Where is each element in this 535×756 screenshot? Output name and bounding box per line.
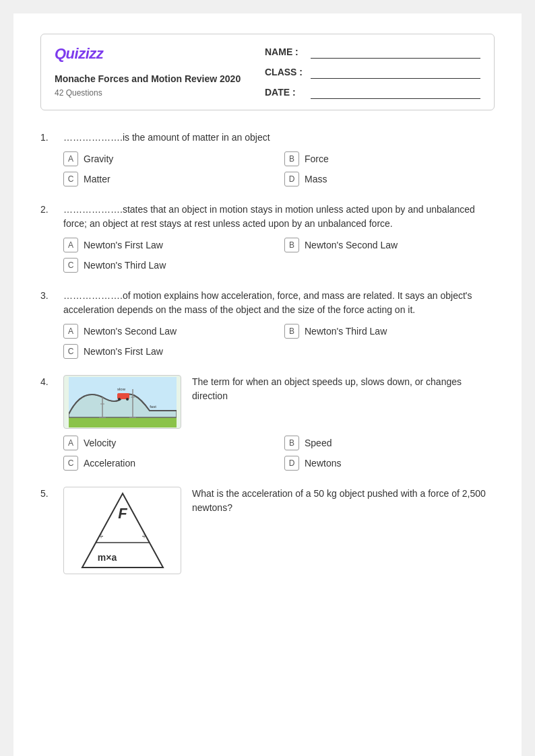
q5-num: 5. bbox=[40, 487, 57, 499]
q2-label-a: A bbox=[63, 238, 78, 252]
date-line bbox=[311, 85, 480, 99]
svg-text:m×a: m×a bbox=[97, 552, 117, 563]
question-5: 5. F m×a bbox=[40, 487, 495, 574]
q3-answer-c: C Newton's First Law bbox=[63, 344, 274, 359]
q1-answer-b: B Force bbox=[284, 151, 495, 166]
svg-text:÷: ÷ bbox=[98, 532, 103, 541]
q2-answers: A Newton's First Law B Newton's Second L… bbox=[40, 238, 495, 273]
q1-label-a: A bbox=[63, 151, 78, 166]
q4-text-c: Acceleration bbox=[84, 458, 135, 469]
q2-text-b: Newton's Second Law bbox=[305, 240, 398, 250]
q4-content: slow fast The term for when an object sp… bbox=[63, 375, 495, 429]
svg-text:÷: ÷ bbox=[141, 532, 146, 541]
q1-header: 1. ……………….is the amount of matter in an … bbox=[40, 131, 495, 145]
q4-num: 4. bbox=[40, 375, 57, 387]
q4-text-a: Velocity bbox=[84, 438, 116, 448]
q5-text: What is the acceleration of a 50 kg obje… bbox=[192, 487, 495, 515]
q3-label-a: A bbox=[63, 324, 78, 339]
q3-label-b: B bbox=[284, 324, 299, 339]
svg-text:fast: fast bbox=[150, 405, 156, 409]
class-field-row: CLASS : bbox=[265, 65, 480, 79]
page: Quizizz Monache Forces and Motion Review… bbox=[13, 13, 522, 756]
q1-text-b: Force bbox=[305, 153, 329, 164]
q2-label-b: B bbox=[284, 238, 299, 252]
q1-answer-a: A Gravity bbox=[63, 151, 274, 166]
q1-text-c: Matter bbox=[84, 174, 111, 184]
q3-answer-a: A Newton's Second Law bbox=[63, 324, 274, 339]
q3-num: 3. bbox=[40, 289, 57, 301]
q2-num: 2. bbox=[40, 203, 57, 215]
class-label: CLASS : bbox=[265, 67, 305, 77]
q4-answer-b: B Speed bbox=[284, 436, 495, 450]
q1-answer-d: D Mass bbox=[284, 172, 495, 186]
q5-image: F m×a ÷ ÷ bbox=[63, 487, 181, 574]
q4-text: The term for when an object speeds up, s… bbox=[192, 375, 495, 403]
q3-answers: A Newton's Second Law B Newton's Third L… bbox=[40, 324, 495, 359]
q5-content: F m×a ÷ ÷ What is the acceleration of a … bbox=[63, 487, 495, 574]
q4-label-a: A bbox=[63, 436, 78, 450]
q1-num: 1. bbox=[40, 131, 57, 143]
question-2: 2. ……………….states that an object in motio… bbox=[40, 203, 495, 273]
class-line bbox=[311, 65, 480, 79]
svg-point-10 bbox=[126, 398, 129, 401]
logo: Quizizz bbox=[55, 45, 241, 63]
q2-label-c: C bbox=[63, 258, 78, 273]
q2-text: ……………….states that an object in motion s… bbox=[63, 203, 495, 231]
q5-header: 5. F m×a bbox=[40, 487, 495, 574]
q1-answer-c: C Matter bbox=[63, 172, 274, 186]
q4-label-b: B bbox=[284, 436, 299, 450]
q4-text-b: Speed bbox=[305, 438, 332, 448]
header-left: Quizizz Monache Forces and Motion Review… bbox=[55, 45, 241, 98]
svg-point-9 bbox=[118, 398, 121, 401]
q3-text-c: Newton's First Law bbox=[84, 346, 163, 357]
question-4: 4. bbox=[40, 375, 495, 471]
name-field-row: NAME : bbox=[265, 45, 480, 59]
date-label: DATE : bbox=[265, 87, 305, 98]
quiz-title: Monache Forces and Motion Review 2020 bbox=[55, 73, 241, 84]
svg-rect-1 bbox=[69, 417, 177, 427]
q1-label-d: D bbox=[284, 172, 299, 186]
header-fields: NAME : CLASS : DATE : bbox=[265, 45, 480, 99]
q4-answer-d: D Newtons bbox=[284, 456, 495, 471]
q1-label-b: B bbox=[284, 151, 299, 166]
q2-answer-c: C Newton's Third Law bbox=[63, 258, 274, 273]
q1-text: ……………….is the amount of matter in an obj… bbox=[63, 131, 495, 145]
q2-text-c: Newton's Third Law bbox=[84, 260, 166, 271]
name-line bbox=[311, 45, 480, 59]
q1-text-a: Gravity bbox=[84, 153, 113, 164]
q2-text-a: Newton's First Law bbox=[84, 240, 163, 250]
fma-triangle-svg: F m×a ÷ ÷ bbox=[79, 490, 166, 571]
q3-text: ……………….of motion explains how accelerati… bbox=[63, 289, 495, 317]
q1-text-d: Mass bbox=[305, 174, 327, 184]
svg-text:slow: slow bbox=[117, 387, 125, 391]
q1-label-c: C bbox=[63, 172, 78, 186]
questions-container: 1. ……………….is the amount of matter in an … bbox=[40, 131, 495, 574]
q4-answer-c: C Acceleration bbox=[63, 456, 274, 471]
q3-answer-b: B Newton's Third Law bbox=[284, 324, 495, 339]
q1-answers: A Gravity B Force C Matter D Mass bbox=[40, 151, 495, 186]
q3-label-c: C bbox=[63, 344, 78, 359]
name-label: NAME : bbox=[265, 46, 305, 57]
q4-image: slow fast bbox=[63, 375, 181, 429]
q4-label-d: D bbox=[284, 456, 299, 471]
question-3: 3. ……………….of motion explains how acceler… bbox=[40, 289, 495, 359]
header-box: Quizizz Monache Forces and Motion Review… bbox=[40, 34, 495, 110]
q3-text-b: Newton's Third Law bbox=[305, 326, 387, 337]
question-1: 1. ……………….is the amount of matter in an … bbox=[40, 131, 495, 186]
roller-coaster-svg: slow fast bbox=[69, 377, 177, 427]
q3-text-a: Newton's Second Law bbox=[84, 326, 177, 337]
q2-answer-b: B Newton's Second Law bbox=[284, 238, 495, 252]
q2-answer-a: A Newton's First Law bbox=[63, 238, 274, 252]
q3-header: 3. ……………….of motion explains how acceler… bbox=[40, 289, 495, 317]
q4-label-c: C bbox=[63, 456, 78, 471]
q4-answer-a: A Velocity bbox=[63, 436, 274, 450]
svg-text:F: F bbox=[118, 505, 127, 522]
q4-answers: A Velocity B Speed C Acceleration D Newt… bbox=[40, 436, 495, 471]
q4-header: 4. bbox=[40, 375, 495, 429]
quiz-questions: 42 Questions bbox=[55, 88, 241, 98]
q2-header: 2. ……………….states that an object in motio… bbox=[40, 203, 495, 231]
date-field-row: DATE : bbox=[265, 85, 480, 99]
q4-text-d: Newtons bbox=[305, 458, 341, 469]
